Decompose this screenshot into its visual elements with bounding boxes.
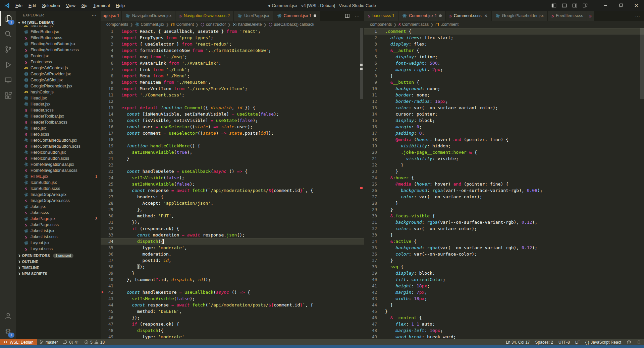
status-language-mode[interactable]: { }JavaScript React bbox=[583, 339, 624, 345]
file-item-JokesList.jsx[interactable]: JokesList.jsx bbox=[16, 228, 101, 234]
activity-remote-explorer[interactable] bbox=[0, 72, 16, 88]
file-item-Hero.jsx[interactable]: Hero.jsx bbox=[16, 125, 101, 131]
file-item-HeaderToolbar.jsx[interactable]: HeaderToolbar.jsx bbox=[16, 113, 101, 119]
minimize-button[interactable] bbox=[598, 0, 613, 11]
code-line-17[interactable]: 17 padding: 0; bbox=[364, 130, 644, 136]
code-line-18[interactable]: 18 @media (hover: hover) and (pointer: f… bbox=[364, 136, 644, 143]
code-line-13[interactable]: 13 color: var(--on-surface-variant-color… bbox=[364, 105, 644, 111]
code-line-7[interactable]: 7 margin-right: 2px; bbox=[364, 66, 644, 73]
code-line-20[interactable]: 20 .joke-page__comment:hover & { bbox=[364, 149, 644, 155]
code-line-46[interactable]: 46 }); bbox=[101, 315, 364, 321]
tab-age.jsx 1[interactable]: age.jsx 1 bbox=[101, 11, 121, 21]
code-line-36[interactable]: 36 moderation, bbox=[101, 251, 364, 257]
code-line-41[interactable]: 41 bbox=[101, 283, 364, 289]
file-item-Layout.scss[interactable]: SLayout.scss bbox=[16, 246, 101, 252]
code-line-49[interactable]: 49 type: 'moderate' bbox=[101, 334, 364, 339]
close-button[interactable]: ✕ bbox=[629, 0, 644, 11]
code-line-28[interactable]: 28 Accept: 'application/json', bbox=[101, 200, 364, 206]
menu-selection[interactable]: Selection bbox=[39, 3, 63, 8]
code-line-17[interactable]: 17 const comment = useSelector((state) =… bbox=[101, 130, 364, 136]
code-line-23[interactable]: 23 const handleDelete = useCallback(asyn… bbox=[101, 168, 364, 175]
code-line-14[interactable]: 14 const [isMenuVisible, setIsMenuVisibl… bbox=[101, 111, 364, 117]
code-line-48[interactable]: 48 margin-left: 16px; bbox=[364, 327, 644, 334]
toggle-secondary-sidebar-icon[interactable] bbox=[572, 3, 577, 8]
code-line-5[interactable]: 5import msg from '../msg'; bbox=[101, 54, 364, 60]
status-eol[interactable]: LF bbox=[573, 339, 583, 345]
file-item-GooglePlaceholder.jsx[interactable]: GooglePlaceholder.jsx bbox=[16, 83, 101, 89]
tab-base.scss 1[interactable]: Sbase.scss 1 bbox=[364, 11, 398, 21]
code-line-6[interactable]: 6import AvatarLink from './AvatarLink'; bbox=[101, 60, 364, 66]
tab-clipped[interactable]: S bbox=[587, 11, 593, 21]
menu-view[interactable]: View bbox=[63, 3, 78, 8]
file-item-Link.jsx[interactable]: Link.jsx bbox=[16, 252, 101, 253]
code-line-23[interactable]: 23 } bbox=[364, 168, 644, 175]
customize-layout-icon[interactable] bbox=[583, 3, 588, 8]
status-git-branch[interactable]: master bbox=[37, 339, 61, 345]
code-line-34[interactable]: 34 dispatch({ bbox=[101, 238, 364, 245]
file-item-ImageDropArea.scss[interactable]: SImageDropArea.scss bbox=[16, 198, 101, 204]
code-line-32[interactable]: 32 color: var(--on-surface-color); bbox=[364, 225, 644, 232]
tab-FeedItem.scss[interactable]: SFeedItem.scss bbox=[548, 11, 587, 21]
code-line-29[interactable]: 29 }, bbox=[101, 206, 364, 213]
menu-go[interactable]: Go bbox=[78, 3, 90, 8]
code-line-22[interactable]: 22 } bbox=[364, 162, 644, 168]
code-line-31[interactable]: 31 background: rgba(var(--on-surface-var… bbox=[364, 219, 644, 225]
file-item-HTML.jsx[interactable]: HTML.jsx1 bbox=[16, 173, 101, 180]
code-line-14[interactable]: 14 cursor: pointer; bbox=[364, 111, 644, 117]
code-line-48[interactable]: 48 dispatch({ bbox=[101, 327, 364, 334]
code-line-47[interactable]: 47 if (response.ok) { bbox=[101, 321, 364, 327]
status-sync-status[interactable]: 0↓ 4↑ bbox=[60, 339, 82, 345]
code-line-27[interactable]: 27 headers: { bbox=[101, 194, 364, 200]
file-item-GoogleAdSlot.jsx[interactable]: GoogleAdSlot.jsx bbox=[16, 77, 101, 83]
code-line-19[interactable]: 19 visibility: hidden; bbox=[364, 143, 644, 149]
code-line-15[interactable]: 15 display: block; bbox=[364, 117, 644, 124]
code-line-39[interactable]: 39 } bbox=[101, 270, 364, 276]
file-item-HeroContainedButton.scss[interactable]: SHeroContainedButton.scss bbox=[16, 143, 101, 149]
code-line-9[interactable]: 9 &__button { bbox=[364, 79, 644, 85]
scrollbar-thumb[interactable] bbox=[640, 28, 644, 99]
status-problems[interactable]: 518 bbox=[82, 339, 107, 345]
file-item-GoogleAdContext.js[interactable]: JSGoogleAdContext.js bbox=[16, 65, 101, 71]
activity-files[interactable]: 1 bbox=[0, 11, 16, 26]
code-line-38[interactable]: 38 svg { bbox=[364, 264, 644, 270]
code-line-35[interactable]: 35 type: 'moderate', bbox=[101, 245, 364, 251]
file-item-HeroIconButton.scss[interactable]: SHeroIconButton.scss bbox=[16, 155, 101, 161]
breadcrumb-item-components[interactable]: components bbox=[370, 22, 392, 27]
menu-terminal[interactable]: Terminal bbox=[90, 3, 113, 8]
section-npm-scripts[interactable]: ❯NPM SCRIPTS bbox=[16, 271, 101, 277]
code-line-1[interactable]: 1import React, { useCallback, useState }… bbox=[101, 28, 364, 34]
file-item-IconButton.jsx[interactable]: IconButton.jsx bbox=[16, 180, 101, 186]
code-line-38[interactable]: 38 }); bbox=[101, 264, 364, 270]
tab-Comment.jsx 1[interactable]: Comment.jsx 1 bbox=[273, 11, 320, 21]
status-cursor-position[interactable]: Ln 34, Col 17 bbox=[503, 339, 532, 345]
code-line-45[interactable]: 45 method: 'DELETE', bbox=[101, 308, 364, 315]
code-line-4[interactable]: 4 &__author { bbox=[364, 47, 644, 54]
tab-Comment.scss[interactable]: SComment.scss✕ bbox=[446, 11, 491, 21]
file-item-Footer.jsx[interactable]: Footer.jsx bbox=[16, 53, 101, 59]
file-item-Hero.scss[interactable]: SHero.scss bbox=[16, 131, 101, 137]
activity-extensions[interactable] bbox=[0, 88, 16, 103]
code-line-44[interactable]: 44 } bbox=[364, 302, 644, 308]
code-line-16[interactable]: 16 const user = useSelector((state) => s… bbox=[101, 124, 364, 130]
code-line-9[interactable]: 9import MenuItem from './MenuItem'; bbox=[101, 79, 364, 85]
code-line-27[interactable]: 27 color: var(--on-surface-color); bbox=[364, 194, 644, 200]
file-item-GoogleAdProvider.jsx[interactable]: GoogleAdProvider.jsx bbox=[16, 71, 101, 77]
code-line-8[interactable]: 8 } bbox=[364, 73, 644, 79]
code-line-43[interactable]: 43 setIsMenuVisible(false); bbox=[101, 295, 364, 302]
code-line-2[interactable]: 2import PropTypes from 'prop-types'; bbox=[101, 34, 364, 41]
file-item-FloatingActionButton.scss[interactable]: SFloatingActionButton.scss bbox=[16, 47, 101, 53]
tab-GooglePlaceholder.jsx[interactable]: GooglePlaceholder.jsx bbox=[492, 11, 547, 21]
code-line-7[interactable]: 7import Link from './Link'; bbox=[101, 66, 364, 73]
toggle-sidebar-icon[interactable] bbox=[551, 3, 556, 8]
file-item-IconButton.scss[interactable]: SIconButton.scss bbox=[16, 186, 101, 192]
file-item-Header.scss[interactable]: SHeader.scss bbox=[16, 107, 101, 113]
code-line-42[interactable]: 42 margin: 7px; bbox=[364, 289, 644, 295]
file-item-HeroIconButton.jsx[interactable]: HeroIconButton.jsx bbox=[16, 149, 101, 155]
code-line-24[interactable]: 24 setIsVisible(false); bbox=[101, 175, 364, 181]
code-line-15[interactable]: 15 const [isVisible, setIsVisible] = use… bbox=[101, 117, 364, 124]
scrollbar[interactable] bbox=[640, 28, 644, 339]
file-item-ImageDropArea.jsx[interactable]: ImageDropArea.jsx bbox=[16, 192, 101, 198]
scrollbar[interactable] bbox=[359, 28, 364, 339]
modified-dot-icon[interactable] bbox=[439, 14, 442, 17]
activity-source-control[interactable] bbox=[0, 42, 16, 57]
